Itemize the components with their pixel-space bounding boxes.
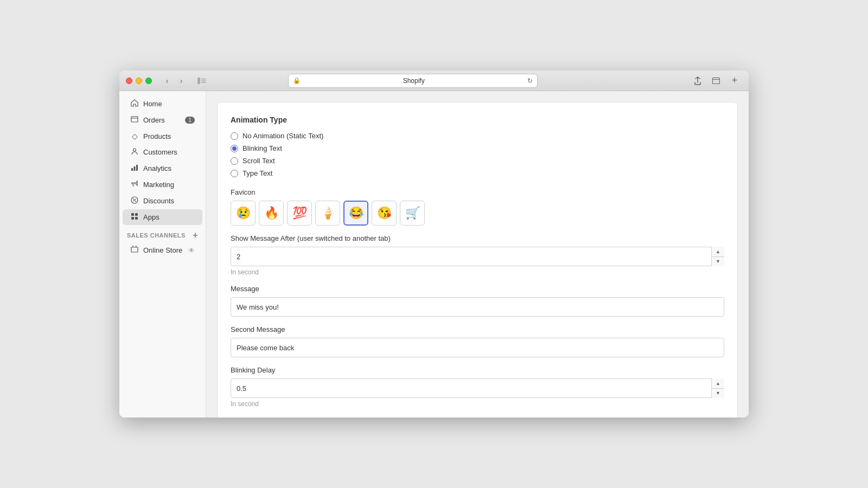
share-button[interactable] [690,75,705,87]
increment-button[interactable]: ▲ [712,247,724,257]
svg-rect-8 [134,166,136,171]
sidebar-item-home-label: Home [143,100,162,108]
content-card: Animation Type No Animation (Static Text… [217,102,738,418]
sidebar-item-analytics-label: Analytics [143,164,171,172]
tab-icon [712,78,720,84]
close-button[interactable] [126,78,132,84]
address-bar-text: Shopify [303,77,525,85]
discounts-icon [130,196,139,206]
blinking-delay-spinner: ▲ ▼ [711,378,724,398]
svg-rect-4 [712,78,719,84]
svg-rect-14 [135,213,138,216]
svg-rect-5 [131,117,138,122]
second-message-input[interactable] [231,338,724,357]
sidebar-item-customers-label: Customers [143,148,177,156]
radio-blinking-text-label: Blinking Text [242,144,282,152]
svg-point-12 [135,201,136,202]
online-store-visibility-icon[interactable]: 👁 [188,247,195,254]
svg-rect-2 [201,80,206,81]
radio-type-text-label: Type Text [242,169,272,177]
radio-type-text-input[interactable] [231,170,238,177]
blinking-delay-hint: In second [231,400,724,408]
sidebar-toggle-icon [197,78,206,84]
radio-scroll-text-input[interactable] [231,157,238,165]
svg-rect-16 [135,217,138,220]
sidebar: Home Orders 1 ◇ Products Customers [119,91,206,418]
emoji-kissing-button[interactable]: 😘 [372,201,397,226]
blinking-delay-label: Blinking Delay [231,366,724,374]
refresh-button[interactable]: ↻ [527,77,533,85]
svg-point-6 [133,149,136,151]
animation-type-section: Animation Type No Animation (Static Text… [231,115,724,177]
sidebar-item-marketing[interactable]: Marketing [123,177,202,192]
main-content: Animation Type No Animation (Static Text… [206,91,749,418]
message-input[interactable] [231,297,724,317]
blinking-delay-input[interactable] [231,378,724,398]
show-message-after-input[interactable] [231,247,724,266]
add-tab-button[interactable]: + [727,75,742,87]
svg-rect-17 [131,247,138,252]
emoji-fire-button[interactable]: 🔥 [259,201,284,226]
blinking-delay-increment-button[interactable]: ▲ [712,378,724,389]
online-store-icon [130,246,139,255]
svg-rect-1 [201,79,206,80]
spinner-buttons: ▲ ▼ [711,247,724,266]
svg-rect-7 [131,168,133,171]
second-message-label: Second Message [231,325,724,333]
sidebar-item-discounts[interactable]: Discounts [123,193,202,209]
maximize-button[interactable] [145,78,152,84]
sidebar-item-online-store[interactable]: Online Store 👁 [123,242,202,258]
forward-button[interactable]: › [175,75,188,87]
svg-rect-0 [197,78,200,84]
sidebar-item-orders-label: Orders [143,116,165,124]
svg-rect-3 [201,82,206,83]
sidebar-item-apps[interactable]: Apps [123,209,202,225]
favicon-label: Favicon [231,188,724,196]
sidebar-item-products-label: Products [143,132,171,140]
blinking-delay-field: Blinking Delay ▲ ▼ In second [231,366,724,408]
radio-no-animation[interactable]: No Animation (Static Text) [231,132,724,140]
show-message-after-input-wrapper: ▲ ▼ [231,247,724,266]
message-label: Message [231,285,724,293]
decrement-button[interactable]: ▼ [712,257,724,267]
sidebar-item-customers[interactable]: Customers [123,144,202,160]
share-icon [694,76,701,85]
address-bar[interactable]: 🔒 Shopify ↻ [288,74,538,88]
add-sales-channel-button[interactable]: + [193,231,198,240]
back-button[interactable]: ‹ [161,75,174,87]
message-field: Message [231,285,724,317]
emoji-cart-button[interactable]: 🛒 [400,201,425,226]
browser-content: Home Orders 1 ◇ Products Customers [119,91,749,418]
emoji-100-button[interactable]: 💯 [287,201,312,226]
radio-scroll-text[interactable]: Scroll Text [231,157,724,165]
sidebar-item-orders[interactable]: Orders 1 [123,112,202,128]
second-message-field: Second Message [231,325,724,357]
marketing-icon [130,180,139,189]
svg-rect-13 [131,213,134,216]
radio-scroll-text-label: Scroll Text [242,157,275,165]
emoji-sad-button[interactable]: 😢 [231,201,256,226]
emoji-crying-button[interactable]: 😂 [343,201,368,226]
blinking-delay-decrement-button[interactable]: ▼ [712,389,724,399]
emoji-icecream-button[interactable]: 🍦 [315,201,340,226]
svg-rect-9 [136,165,138,171]
titlebar: ‹ › 🔒 Shopify ↻ [119,70,749,91]
radio-no-animation-label: No Animation (Static Text) [242,132,323,140]
minimize-button[interactable] [136,78,142,84]
radio-blinking-text-input[interactable] [231,145,238,152]
orders-icon [130,115,139,125]
sidebar-toggle-button[interactable] [194,75,209,87]
radio-no-animation-input[interactable] [231,132,238,140]
blinking-delay-input-wrapper: ▲ ▼ [231,378,724,398]
traffic-lights [126,78,152,84]
analytics-icon [130,164,139,173]
show-message-after-label: Show Message After (user switched to ano… [231,234,724,242]
animation-type-label: Animation Type [231,115,724,124]
titlebar-actions: + [690,75,742,87]
sidebar-item-analytics[interactable]: Analytics [123,160,202,176]
sidebar-item-products[interactable]: ◇ Products [123,129,202,144]
radio-type-text[interactable]: Type Text [231,169,724,177]
radio-blinking-text[interactable]: Blinking Text [231,144,724,152]
sidebar-item-home[interactable]: Home [123,96,202,112]
new-tab-button[interactable] [709,75,724,87]
